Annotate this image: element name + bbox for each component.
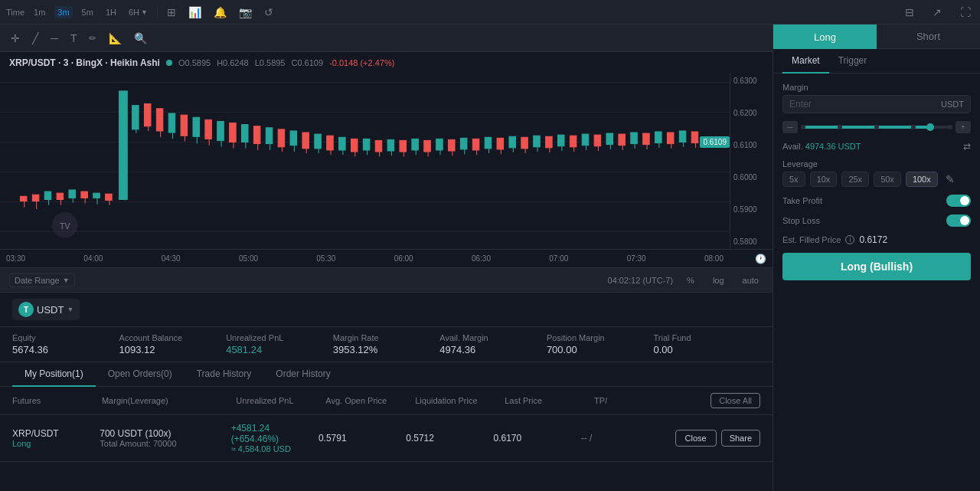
leverage-section: Leverage 5x 10x 25x 50x 100x ✎ bbox=[782, 159, 971, 187]
svg-rect-47 bbox=[302, 133, 309, 149]
timeframe-1h[interactable]: 1H bbox=[103, 6, 119, 18]
svg-rect-27 bbox=[181, 115, 187, 136]
tab-trade-history[interactable]: Trade History bbox=[185, 362, 264, 387]
tp-value: -- / bbox=[581, 433, 668, 444]
stop-loss-toggle[interactable] bbox=[946, 214, 971, 227]
svg-rect-13 bbox=[93, 193, 100, 198]
take-profit-toggle[interactable] bbox=[946, 195, 971, 207]
leverage-edit-icon[interactable]: ✎ bbox=[946, 173, 955, 185]
close-position-button[interactable]: Close bbox=[675, 430, 717, 447]
time-label-9: 07:30 bbox=[627, 254, 646, 263]
measure-tool[interactable]: 📐 bbox=[104, 29, 126, 47]
leverage-5x[interactable]: 5x bbox=[782, 172, 805, 187]
svg-rect-33 bbox=[217, 121, 224, 140]
est-price-row: Est. Filled Price i 0.6172 bbox=[782, 234, 971, 245]
svg-rect-91 bbox=[570, 136, 576, 147]
tab-order-history[interactable]: Order History bbox=[263, 362, 342, 387]
stat-trial-fund: Trial Fund 0.00 bbox=[653, 333, 760, 355]
short-button[interactable]: Short bbox=[877, 25, 980, 49]
timeframe-5m[interactable]: 5m bbox=[79, 6, 96, 18]
chart-bottom-bar: Date Range ▼ 04:02:12 (UTC-7) % log auto bbox=[0, 267, 773, 292]
chart-area: ✛ ╱ ─ T ✏ 📐 🔍 XRP/USDT · 3 · BingX · Hei… bbox=[0, 25, 773, 491]
timeframe-1m[interactable]: 1m bbox=[31, 6, 48, 18]
timeframe-3m[interactable]: 3m bbox=[54, 6, 72, 18]
margin-rate-value: 3953.12% bbox=[333, 344, 440, 355]
svg-rect-35 bbox=[230, 123, 236, 142]
auto-btn[interactable]: auto bbox=[738, 274, 763, 286]
indicators-icon[interactable]: 📊 bbox=[185, 5, 204, 20]
leverage-50x[interactable]: 50x bbox=[874, 172, 901, 187]
chart-canvas[interactable]: TV 0.6109 0.6300 0.6200 0.6100 0.6000 0.… bbox=[0, 74, 773, 249]
brush-tool[interactable]: ✏ bbox=[84, 30, 101, 47]
fullscreen-icon[interactable]: ⛶ bbox=[957, 5, 974, 20]
line-tool[interactable]: ╱ bbox=[28, 29, 43, 47]
avail-margin-label: Avail. Margin bbox=[439, 333, 547, 342]
text-tool[interactable]: T bbox=[66, 29, 82, 47]
price-level-6: 0.5800 bbox=[733, 237, 769, 246]
slider-dot-1 bbox=[801, 125, 805, 129]
equity-value: 5674.36 bbox=[12, 344, 119, 355]
timeframe-6h[interactable]: 6H ▼ bbox=[126, 6, 151, 18]
replay-icon[interactable]: ↺ bbox=[261, 5, 276, 20]
screenshot-icon[interactable]: 📷 bbox=[236, 5, 255, 20]
svg-rect-7 bbox=[57, 193, 63, 199]
chart-type-icon[interactable]: ⊞ bbox=[164, 5, 179, 20]
avail-row: Avail. 4974.36 USDT ⇄ bbox=[782, 141, 971, 152]
slider-track[interactable] bbox=[801, 126, 952, 129]
slider-min-icon: ─ bbox=[782, 121, 798, 133]
zoom-tool[interactable]: 🔍 bbox=[129, 29, 152, 47]
tab-trigger[interactable]: Trigger bbox=[829, 49, 877, 74]
percent-btn[interactable]: % bbox=[682, 274, 699, 286]
action-buttons: Close Share bbox=[668, 430, 760, 447]
hline-tool[interactable]: ─ bbox=[46, 29, 63, 47]
alert-icon[interactable]: 🔔 bbox=[211, 5, 230, 20]
margin-section: Margin USDT bbox=[782, 83, 971, 113]
svg-rect-111 bbox=[691, 132, 697, 143]
slider-thumb[interactable] bbox=[926, 123, 934, 131]
log-btn[interactable]: log bbox=[708, 274, 729, 286]
share-position-button[interactable]: Share bbox=[721, 430, 760, 447]
time-label-4: 05:00 bbox=[239, 254, 258, 263]
ohlc-low: L0.5895 bbox=[255, 58, 286, 67]
long-bullish-button[interactable]: Long (Bullish) bbox=[782, 253, 971, 280]
leverage-10x[interactable]: 10x bbox=[810, 172, 838, 187]
svg-rect-71 bbox=[449, 139, 455, 151]
svg-rect-49 bbox=[315, 134, 321, 149]
currency-selector[interactable]: T USDT ▼ bbox=[12, 299, 80, 320]
stat-unrealized-pnl: Unrealized PnL 4581.24 bbox=[226, 333, 333, 355]
last-price: 0.6170 bbox=[493, 433, 580, 444]
col-tp: TP/ bbox=[594, 396, 684, 405]
svg-rect-103 bbox=[643, 133, 649, 145]
price-axis: 0.6300 0.6200 0.6100 0.6000 0.5900 0.580… bbox=[730, 74, 773, 249]
slider-dot-4 bbox=[911, 125, 916, 129]
time-axis: 03:30 04:00 04:30 05:00 05:30 06:00 06:3… bbox=[0, 249, 773, 267]
info-icon[interactable]: i bbox=[845, 235, 854, 244]
svg-rect-95 bbox=[594, 135, 600, 146]
timezone-icon[interactable]: 🕐 bbox=[755, 254, 766, 264]
leverage-25x[interactable]: 25x bbox=[841, 172, 869, 187]
svg-rect-45 bbox=[290, 131, 296, 146]
stop-loss-row: Stop Loss bbox=[782, 214, 971, 227]
transfer-icon[interactable]: ⇄ bbox=[963, 141, 971, 152]
share-icon[interactable]: ↗ bbox=[929, 5, 945, 20]
svg-rect-93 bbox=[582, 134, 588, 146]
margin-info: 700 USDT (100x) Total Amount: 70000 bbox=[100, 428, 230, 448]
svg-rect-21 bbox=[144, 104, 150, 126]
svg-rect-89 bbox=[558, 135, 564, 146]
date-range-button[interactable]: Date Range ▼ bbox=[9, 273, 75, 287]
tab-open-orders[interactable]: Open Orders(0) bbox=[96, 362, 185, 387]
svg-rect-39 bbox=[253, 126, 260, 144]
margin-input[interactable] bbox=[789, 99, 941, 110]
leverage-100x[interactable]: 100x bbox=[906, 172, 938, 187]
svg-rect-63 bbox=[400, 140, 406, 152]
svg-rect-9 bbox=[69, 190, 75, 198]
tab-my-position[interactable]: My Position(1) bbox=[12, 362, 96, 387]
tab-market[interactable]: Market bbox=[782, 49, 829, 74]
close-all-button[interactable]: Close All bbox=[710, 393, 760, 408]
long-button[interactable]: Long bbox=[773, 25, 877, 49]
col-avg-open: Avg. Open Price bbox=[325, 396, 415, 405]
layout-icon[interactable]: ⊟ bbox=[902, 5, 917, 20]
svg-rect-77 bbox=[485, 137, 491, 149]
col-unrealized-pnl: Unrealized PnL bbox=[236, 396, 325, 405]
cursor-tool[interactable]: ✛ bbox=[6, 29, 24, 47]
